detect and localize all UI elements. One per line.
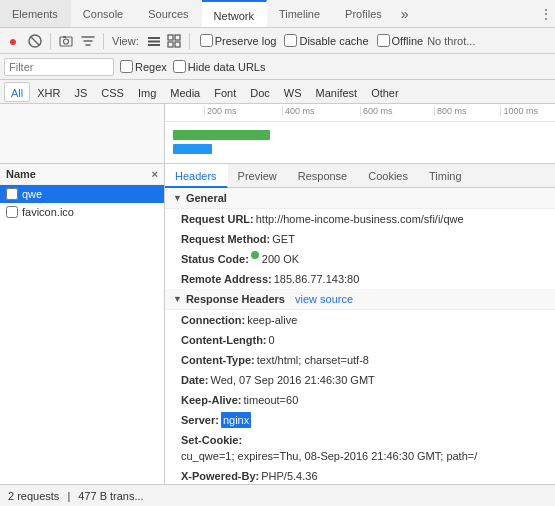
status-code-val: 200 OK: [262, 251, 299, 267]
tab-timeline[interactable]: Timeline: [267, 0, 333, 28]
filter-button[interactable]: [79, 32, 97, 50]
view-icons: [145, 32, 183, 50]
tab-profiles[interactable]: Profiles: [333, 0, 395, 28]
main-panel: Name × qwe favicon.ico Headers Preview R…: [0, 164, 555, 484]
hide-urls-label: Hide data URLs: [188, 61, 266, 73]
type-media-button[interactable]: Media: [163, 82, 207, 102]
file-name-favicon: favicon.ico: [22, 206, 158, 218]
tab-bar: Elements Console Sources Network Timelin…: [0, 0, 555, 28]
preserve-log-label: Preserve log: [215, 35, 277, 47]
camera-button[interactable]: [57, 32, 75, 50]
grid-view-button[interactable]: [165, 32, 183, 50]
file-list-header: Name ×: [0, 164, 164, 185]
response-headers-label: Response Headers: [186, 293, 285, 305]
subtab-response[interactable]: Response: [288, 164, 359, 188]
file-item-qwe[interactable]: qwe: [0, 185, 164, 203]
network-toolbar: ● View:: [0, 28, 555, 54]
timeline-right: 200 ms 400 ms 600 ms 800 ms 1000 ms: [165, 104, 555, 163]
type-all-button[interactable]: All: [4, 82, 30, 102]
tab-sources[interactable]: Sources: [136, 0, 201, 28]
svg-rect-5: [148, 37, 160, 39]
subtab-cookies[interactable]: Cookies: [358, 164, 419, 188]
tab-console[interactable]: Console: [71, 0, 136, 28]
status-bar: 2 requests | 477 B trans...: [0, 484, 555, 506]
remote-address-val: 185.86.77.143:80: [274, 271, 360, 287]
separator-pipe: |: [67, 490, 70, 502]
remote-address-row: Remote Address: 185.86.77.143:80: [165, 269, 555, 289]
filter-input[interactable]: [4, 58, 114, 76]
file-name-qwe: qwe: [22, 188, 158, 200]
request-method-row: Request Method: GET: [165, 229, 555, 249]
timeline-bars: [165, 122, 555, 164]
type-img-button[interactable]: Img: [131, 82, 163, 102]
response-view-source-link[interactable]: view source: [295, 293, 353, 305]
timeline-bar-favicon: [173, 144, 212, 154]
record-button[interactable]: ●: [4, 32, 22, 50]
svg-rect-9: [175, 35, 180, 40]
file-list: Name × qwe favicon.ico: [0, 164, 165, 484]
response-content-type-row: Content-Type: text/html; charset=utf-8: [165, 350, 555, 370]
tab-elements[interactable]: Elements: [0, 0, 71, 28]
file-checkbox-favicon[interactable]: [6, 206, 18, 218]
response-server-row: Server: nginx: [165, 410, 555, 430]
ruler-mark-400: 400 ms: [282, 106, 315, 116]
list-view-icon: [147, 34, 161, 48]
headers-content: ▼ General Request URL: http://home-incom…: [165, 188, 555, 484]
separator1: [50, 33, 51, 49]
close-file-panel-icon[interactable]: ×: [152, 168, 158, 180]
type-other-button[interactable]: Other: [364, 82, 406, 102]
ruler-mark-1000: 1000 ms: [500, 106, 538, 116]
svg-rect-6: [148, 40, 160, 42]
type-xhr-button[interactable]: XHR: [30, 82, 67, 102]
general-section-header[interactable]: ▼ General: [165, 188, 555, 209]
type-font-button[interactable]: Font: [207, 82, 243, 102]
x-powered-val: PHP/5.4.36: [261, 468, 317, 484]
preserve-log-checkbox[interactable]: [200, 34, 213, 47]
svg-line-1: [31, 37, 39, 45]
clear-button[interactable]: [26, 32, 44, 50]
devtools-menu-icon[interactable]: ⋮: [537, 5, 555, 23]
keep-alive-val: timeout=60: [244, 392, 299, 408]
offline-checkbox[interactable]: [377, 34, 390, 47]
clear-icon: [28, 34, 42, 48]
type-ws-button[interactable]: WS: [277, 82, 309, 102]
separator3: [189, 33, 190, 49]
regex-label: Regex: [135, 61, 167, 73]
content-length-key: Content-Length:: [181, 332, 267, 348]
request-method-key: Request Method:: [181, 231, 270, 247]
tab-more[interactable]: »: [395, 0, 415, 28]
set-cookie-val: cu_qwe=1; expires=Thu, 08-Sep-2016 21:46…: [181, 448, 477, 464]
subtab-headers[interactable]: Headers: [165, 164, 228, 188]
disable-cache-checkbox[interactable]: [284, 34, 297, 47]
view-label: View:: [112, 35, 139, 47]
response-connection-row: Connection: keep-alive: [165, 310, 555, 330]
type-js-button[interactable]: JS: [67, 82, 94, 102]
filter-row: Regex Hide data URLs: [0, 54, 555, 80]
ruler-mark-200: 200 ms: [204, 106, 237, 116]
type-manifest-button[interactable]: Manifest: [309, 82, 365, 102]
offline-group: Offline: [377, 34, 424, 47]
subtab-timing[interactable]: Timing: [419, 164, 473, 188]
file-checkbox-qwe[interactable]: [6, 188, 18, 200]
subtab-preview[interactable]: Preview: [228, 164, 288, 188]
camera-icon: [59, 34, 73, 48]
ruler-mark-800: 800 ms: [434, 106, 467, 116]
status-code-row: Status Code: 200 OK: [165, 249, 555, 269]
response-headers-section[interactable]: ▼ Response Headers view source: [165, 289, 555, 310]
tab-network[interactable]: Network: [202, 0, 267, 28]
regex-checkbox[interactable]: [120, 60, 133, 73]
type-doc-button[interactable]: Doc: [243, 82, 277, 102]
type-css-button[interactable]: CSS: [94, 82, 131, 102]
date-key: Date:: [181, 372, 209, 388]
transferred-size: 477 B trans...: [78, 490, 143, 502]
date-val: Wed, 07 Sep 2016 21:46:30 GMT: [211, 372, 375, 388]
svg-rect-8: [168, 35, 173, 40]
general-triangle-icon: ▼: [173, 193, 182, 203]
server-key: Server:: [181, 412, 219, 428]
regex-group: Regex: [120, 60, 167, 73]
hide-urls-checkbox[interactable]: [173, 60, 186, 73]
set-cookie-key: Set-Cookie:: [181, 432, 242, 448]
grid-view-icon: [167, 34, 181, 48]
file-item-favicon[interactable]: favicon.ico: [0, 203, 164, 221]
list-view-button[interactable]: [145, 32, 163, 50]
